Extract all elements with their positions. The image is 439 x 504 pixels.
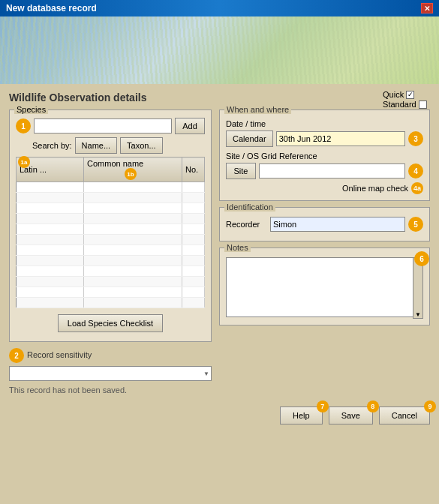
calendar-row: Calendar 3: [226, 130, 423, 147]
col-no: No.: [182, 158, 205, 182]
right-column: When and where Date / time Calendar 3 Si…: [219, 110, 430, 394]
left-column: Species 1 Add Search by: Name... Taxon..…: [9, 110, 212, 394]
species-table: Latin ... 1a Common name 1b No.: [16, 157, 205, 308]
date-input[interactable]: [276, 131, 405, 146]
title-bar-text: New database record: [6, 3, 97, 14]
col-common: Common name 1b: [84, 158, 182, 182]
notes-textarea[interactable]: [226, 257, 423, 317]
quick-option[interactable]: Quick: [383, 90, 430, 99]
table-row: [17, 182, 205, 193]
badge-4: 4: [408, 164, 423, 178]
site-input[interactable]: [259, 164, 405, 178]
identification-title: Identification: [224, 202, 275, 212]
quick-checkbox[interactable]: [406, 91, 414, 99]
table-row: [17, 266, 205, 277]
page-title: Wildlife Observation details: [9, 92, 430, 104]
save-button[interactable]: Save: [329, 406, 373, 424]
quick-label: Quick: [383, 90, 404, 99]
table-row: [17, 245, 205, 256]
table-row: [17, 224, 205, 235]
species-input-row: 1 Add: [16, 118, 205, 134]
table-row: [17, 214, 205, 224]
when-where-group: When and where Date / time Calendar 3 Si…: [219, 110, 430, 201]
standard-option[interactable]: Standard: [383, 100, 430, 109]
badge-6: 6: [414, 251, 429, 266]
badge-2: 2: [9, 348, 24, 363]
species-group-title: Species: [14, 105, 48, 114]
recorder-label: Recorder: [226, 220, 267, 229]
notes-group: Notes ▲ ▼ 6: [219, 248, 430, 326]
header-image: [0, 16, 439, 84]
table-row: [17, 256, 205, 266]
species-input[interactable]: [34, 118, 172, 134]
badge-5: 5: [408, 217, 423, 232]
when-where-title: When and where: [224, 105, 291, 114]
badge-1: 1: [16, 118, 31, 134]
notes-scrollbar: ▲ ▼: [413, 257, 423, 319]
sensitivity-label-row: 2 Record sensitivity: [9, 348, 212, 363]
species-section: Species 1 Add Search by: Name... Taxon..…: [9, 110, 212, 342]
col-latin: Latin ... 1a: [17, 158, 84, 182]
status-bar: This record has not been saved.: [9, 386, 212, 394]
notes-wrapper: ▲ ▼ 6: [226, 257, 423, 319]
title-bar: New database record ✕: [0, 0, 439, 16]
close-button[interactable]: ✕: [421, 3, 433, 14]
badge-1b: 1b: [125, 168, 137, 180]
save-btn-wrapper: Save 8: [329, 406, 373, 424]
cancel-button[interactable]: Cancel: [379, 406, 430, 424]
load-checklist-button[interactable]: Load Species Checklist: [58, 314, 163, 332]
status-text: This record has not been saved.: [9, 386, 127, 394]
badge-3: 3: [408, 131, 423, 146]
columns-layout: Species 1 Add Search by: Name... Taxon..…: [9, 110, 430, 394]
add-button[interactable]: Add: [175, 118, 205, 134]
main-content: Quick Standard Advanced Wildlife Observa…: [0, 84, 439, 400]
standard-checkbox[interactable]: [419, 100, 427, 109]
calendar-button[interactable]: Calendar: [226, 130, 273, 147]
search-by-row: Search by: Name... Taxon...: [16, 137, 205, 154]
standard-label: Standard: [383, 100, 416, 109]
name-button[interactable]: Name...: [75, 137, 118, 154]
sensitivity-select[interactable]: [9, 366, 212, 381]
load-checklist-wrapper: Load Species Checklist: [16, 311, 205, 335]
sensitivity-select-wrapper: [9, 366, 212, 381]
sensitivity-label: Record sensitivity: [27, 350, 92, 359]
help-btn-wrapper: Help 7: [280, 406, 323, 424]
site-label: Site / OS Grid Reference: [226, 152, 423, 160]
badge-1a: 1a: [18, 156, 30, 168]
badge-7: 7: [317, 400, 329, 412]
online-map-label: Online map check: [342, 184, 408, 193]
recorder-input[interactable]: [270, 217, 405, 232]
online-map-row: Online map check 4a: [226, 182, 423, 194]
scroll-down-arrow[interactable]: ▼: [415, 311, 421, 318]
taxon-button[interactable]: Taxon...: [120, 137, 163, 154]
site-row: Site 4: [226, 163, 423, 179]
sensitivity-section: 2 Record sensitivity: [9, 348, 212, 381]
date-time-label: Date / time: [226, 119, 423, 128]
recorder-row: Recorder 5: [226, 217, 423, 232]
help-button[interactable]: Help: [280, 406, 323, 424]
table-row: [17, 193, 205, 203]
search-by-label: Search by:: [32, 141, 72, 150]
badge-4a: 4a: [411, 182, 423, 194]
badge-9: 9: [424, 400, 436, 412]
table-row: [17, 203, 205, 214]
cancel-btn-wrapper: Cancel 9: [379, 406, 430, 424]
identification-group: Identification Recorder 5: [219, 207, 430, 242]
table-row: [17, 287, 205, 298]
table-row: [17, 277, 205, 287]
site-button[interactable]: Site: [226, 163, 256, 179]
table-row: [17, 235, 205, 245]
table-row: [17, 298, 205, 308]
notes-title: Notes: [224, 243, 251, 252]
bottom-buttons: Help 7 Save 8 Cancel 9: [0, 400, 439, 430]
badge-8: 8: [367, 400, 379, 412]
